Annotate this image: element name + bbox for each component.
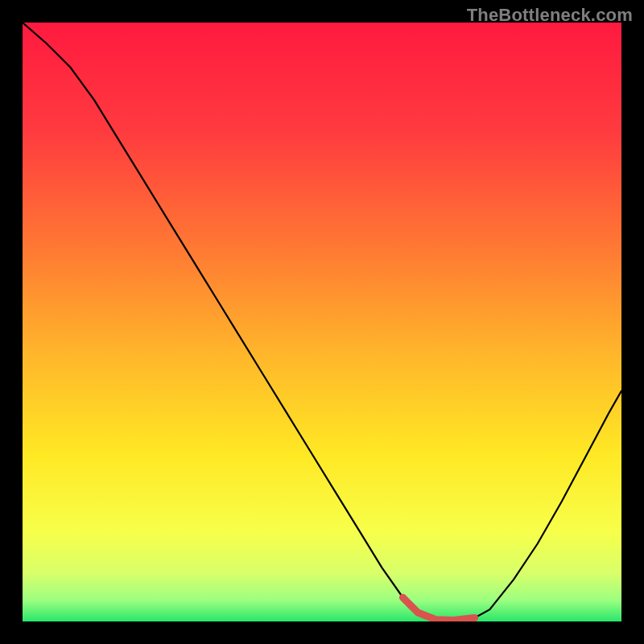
bottleneck-curve-chart — [23, 23, 621, 621]
chart-background — [23, 23, 621, 621]
watermark-text: TheBottleneck.com — [467, 5, 633, 26]
chart-frame — [23, 23, 621, 621]
